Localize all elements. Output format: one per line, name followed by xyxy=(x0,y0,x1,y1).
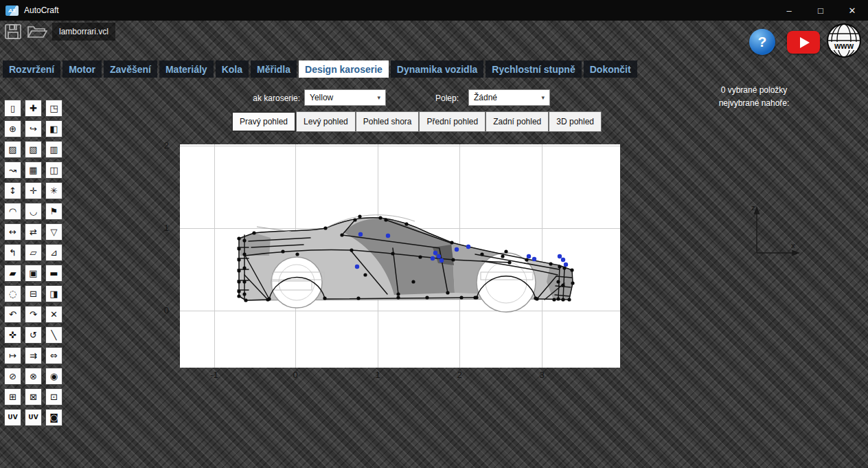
tab-rozvrzeni[interactable]: Rozvržení xyxy=(3,60,60,78)
tool-fit-view-button[interactable]: ◳ xyxy=(45,100,62,117)
tool-move-all-button[interactable]: ✜ xyxy=(4,326,21,344)
tab-zaveseni[interactable]: Zavěšení xyxy=(104,60,157,78)
view-pohled-shora[interactable]: Pohled shora xyxy=(356,111,420,132)
tab-kola[interactable]: Kola xyxy=(216,60,249,78)
decal-value: Žádné xyxy=(474,93,497,102)
extrude-icon: ⇉ xyxy=(30,351,37,360)
app-logo-icon: AX xyxy=(5,5,19,16)
file-bar: lamborrari.vcl xyxy=(4,23,115,41)
y-axis-tick: 0 xyxy=(155,305,169,315)
selection-count-label: 0 vybrané položky xyxy=(692,84,816,97)
tab-rychlostni-stupne[interactable]: Rychlostní stupně xyxy=(486,60,581,78)
tool-new-file-button[interactable]: ▯ xyxy=(4,100,21,117)
tab-design-karoserie[interactable]: Design karoserie xyxy=(299,60,389,78)
tool-stretch-button[interactable]: ↔ xyxy=(4,223,21,241)
tool-arc-down-button[interactable]: ◡ xyxy=(25,203,42,220)
tool-move-vertical-button[interactable]: ↕ xyxy=(4,182,21,199)
fit-view-icon: ◳ xyxy=(49,104,58,113)
tool-extrude-button[interactable]: ⇉ xyxy=(25,347,42,364)
save-button[interactable] xyxy=(4,23,22,40)
tool-move-free-button[interactable]: ✛ xyxy=(25,182,42,199)
tool-spline-button[interactable]: ↝ xyxy=(4,161,21,179)
redo-icon: ↷ xyxy=(30,310,37,319)
tool-slant-button[interactable]: ◨ xyxy=(45,285,62,302)
tool-span-button[interactable]: ⇔ xyxy=(45,347,62,364)
tool-fill-shape-button[interactable]: ▰ xyxy=(4,265,21,282)
view-levy-pohled[interactable]: Levý pohled xyxy=(296,111,356,132)
duplicate-icon: ⊞ xyxy=(9,392,16,401)
tool-loft-button[interactable]: ▨ xyxy=(4,141,21,158)
tool-extend-button[interactable]: ↦ xyxy=(4,347,21,364)
decal-select[interactable]: Žádné ▾ xyxy=(468,89,550,106)
help-button[interactable]: ? xyxy=(749,29,775,55)
tool-paste-button[interactable]: ⊡ xyxy=(45,388,62,405)
flag-icon: ⚑ xyxy=(50,207,58,216)
tool-redo-button[interactable]: ↷ xyxy=(25,306,42,323)
tool-dashed-frame-button[interactable]: ⊟ xyxy=(25,285,42,302)
tool-sweep-button[interactable]: ▧ xyxy=(25,141,42,158)
filled-parallelogram-icon: ▰ xyxy=(10,269,16,278)
tool-copy-button[interactable]: ⊠ xyxy=(25,388,42,405)
view-predni-pohled[interactable]: Přední pohled xyxy=(419,111,486,132)
tool-skew-button[interactable]: ⊿ xyxy=(45,244,62,261)
tool-uv-project-button[interactable]: UV xyxy=(25,409,42,426)
view-zadni-pohled[interactable]: Zadní pohled xyxy=(486,111,549,132)
tab-motor[interactable]: Motor xyxy=(62,60,102,78)
tool-ramp-button[interactable]: ▥ xyxy=(45,141,62,158)
tool-corner-button[interactable]: ↰ xyxy=(4,244,21,261)
ramp-icon: ▥ xyxy=(49,145,58,154)
body-paint-select[interactable]: Yellow ▾ xyxy=(304,89,386,106)
filled-bar-icon: ▬ xyxy=(49,269,58,278)
tool-funnel-button[interactable]: ▽ xyxy=(45,223,62,241)
y-axis-tick: 2 xyxy=(155,140,169,151)
copy-icon: ⊠ xyxy=(30,392,37,401)
tool-move-diagonal-button[interactable]: ✳ xyxy=(45,182,62,199)
minimize-button[interactable]: – xyxy=(773,0,805,21)
tool-mesh-button[interactable]: ▦ xyxy=(25,161,42,179)
maximize-button[interactable]: □ xyxy=(805,0,836,21)
y-axis-ticks: 210 xyxy=(155,0,169,468)
tool-add-point-button[interactable]: ⊕ xyxy=(4,120,21,137)
tool-fill-bar-button[interactable]: ▬ xyxy=(45,265,62,282)
new-file-icon: ▯ xyxy=(10,104,15,113)
tool-rotate-button[interactable]: ↺ xyxy=(25,326,42,344)
dashed-shape-icon: ◌ xyxy=(9,289,16,298)
view-3d-pohled[interactable]: 3D pohled xyxy=(549,111,602,132)
close-button[interactable]: ✕ xyxy=(836,0,868,21)
website-button[interactable]: www xyxy=(825,22,863,59)
tool-duplicate-button[interactable]: ⊞ xyxy=(4,388,21,405)
tool-delete-button[interactable]: ✕ xyxy=(45,306,62,323)
shear-icon: ▱ xyxy=(30,248,37,257)
add-car-icon: ✚ xyxy=(30,104,37,113)
tool-sphere-button[interactable]: ◙ xyxy=(45,409,62,426)
tool-add-surface-button[interactable]: ◧ xyxy=(45,120,62,137)
x-axis-tick: 0 xyxy=(287,370,304,380)
tool-uv-edit-button[interactable]: UV xyxy=(4,409,21,426)
tool-undo-button[interactable]: ↶ xyxy=(4,306,21,323)
tool-flag-button[interactable]: ⚑ xyxy=(45,203,62,220)
tool-add-car-button[interactable]: ✚ xyxy=(25,100,42,117)
filled-frame-icon: ▣ xyxy=(29,269,37,278)
open-file-button[interactable] xyxy=(27,23,47,40)
move-point-icon: ↪ xyxy=(30,124,37,133)
decal-label: Polep: xyxy=(411,93,459,103)
view-button-bar: Pravý pohled Levý pohled Pohled shora Př… xyxy=(231,111,602,132)
tool-shear-button[interactable]: ▱ xyxy=(25,244,42,261)
youtube-button[interactable] xyxy=(787,31,820,54)
tool-subdivide-button[interactable]: ◫ xyxy=(45,161,62,179)
x-axis-label: x xyxy=(791,241,795,249)
spline-icon: ↝ xyxy=(9,166,16,175)
tool-move-point-button[interactable]: ↪ xyxy=(25,120,42,137)
dashed-frame-icon: ⊟ xyxy=(30,289,37,298)
tab-dokoncit[interactable]: Dokončit xyxy=(584,60,637,78)
corner-arrow-icon: ↰ xyxy=(9,248,16,257)
design-canvas[interactable] xyxy=(180,144,620,368)
tab-meridla[interactable]: Měřidla xyxy=(251,60,297,78)
tab-dynamika-vozidla[interactable]: Dynamika vozidla xyxy=(391,60,484,78)
view-pravy-pohled[interactable]: Pravý pohled xyxy=(231,111,296,132)
tool-dashed-shape-button[interactable]: ◌ xyxy=(4,285,21,302)
tool-scale-button[interactable]: ╲ xyxy=(45,326,62,344)
tool-fill-frame-button[interactable]: ▣ xyxy=(25,265,42,282)
tool-swap-button[interactable]: ⇄ xyxy=(25,223,42,241)
tool-arc-up-button[interactable]: ◠ xyxy=(4,203,21,220)
